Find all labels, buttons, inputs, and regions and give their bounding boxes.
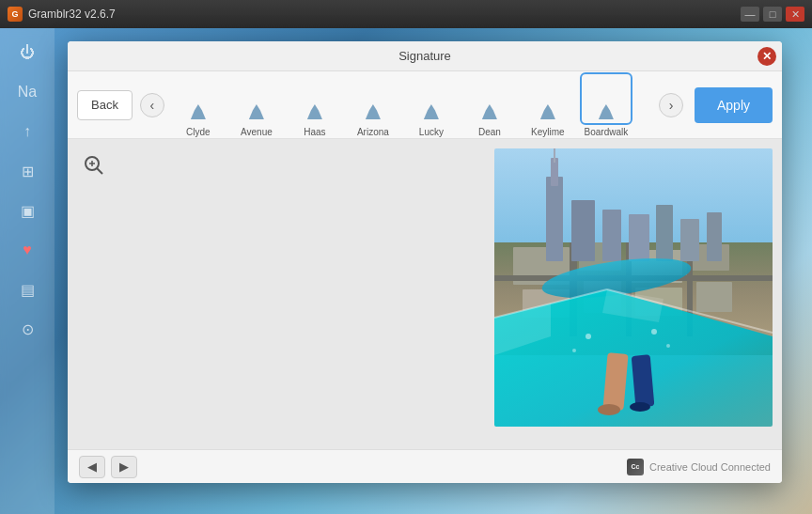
sidebar: ⏻ Na ↑ ⊞ ▣ ♥ ▤ ⊙ <box>0 28 55 514</box>
nav-bottom-buttons: ◀ ▶ <box>79 456 137 478</box>
right-arrow-button[interactable]: › <box>659 93 683 117</box>
filter-arizona-label: Arizona <box>357 127 389 137</box>
sidebar-item-image[interactable]: ▣ <box>10 194 44 227</box>
dialog-overlay: Signature ✕ Back ‹ Clyde <box>55 28 812 514</box>
svg-rect-21 <box>571 200 595 261</box>
sidebar-item-upload[interactable]: ↑ <box>10 115 44 148</box>
svg-rect-20 <box>554 148 555 163</box>
dialog-bottom-bar: ◀ ▶ Cc Creative Cloud Connected <box>68 449 782 483</box>
filter-boardwalk[interactable]: Boardwalk <box>580 72 632 137</box>
zoom-icon <box>84 155 104 176</box>
left-arrow-button[interactable]: ‹ <box>140 93 164 117</box>
svg-point-37 <box>586 334 591 339</box>
dialog-title: Signature <box>398 49 451 63</box>
app-icon: G <box>8 7 23 22</box>
sidebar-item-power[interactable]: ⏻ <box>10 36 44 70</box>
filter-strip: Back ‹ Clyde Avenue <box>68 71 782 139</box>
svg-rect-22 <box>602 210 621 261</box>
minimize-button[interactable]: — <box>741 7 759 22</box>
cc-info: Cc Creative Cloud Connected <box>627 459 771 475</box>
filter-keylime[interactable]: Keylime <box>522 72 574 137</box>
filter-avenue[interactable]: Avenue <box>230 72 283 137</box>
cc-text: Creative Cloud Connected <box>649 461 771 473</box>
svg-rect-18 <box>546 177 563 261</box>
filter-clyde[interactable]: Clyde <box>172 72 225 137</box>
filter-dean-label: Dean <box>478 127 501 137</box>
sidebar-item-calendar[interactable]: ⊞ <box>10 154 44 188</box>
filter-haas[interactable]: Haas <box>289 72 341 137</box>
filter-boardwalk-label: Boardwalk <box>585 127 629 137</box>
sidebar-item-user[interactable]: Na <box>10 75 44 109</box>
sidebar-item-folder[interactable]: ▤ <box>10 273 44 306</box>
filter-thumbnails: Clyde Avenue Haas <box>172 72 651 137</box>
app-title: Gramblr32 v2.6.7 <box>28 8 116 21</box>
sidebar-item-heart[interactable]: ♥ <box>10 233 44 267</box>
svg-rect-23 <box>629 214 649 261</box>
svg-rect-26 <box>707 212 722 261</box>
app-titlebar: G Gramblr32 v2.6.7 — □ ✕ <box>0 0 812 28</box>
apply-button[interactable]: Apply <box>695 87 773 123</box>
cc-logo: Cc <box>627 459 644 475</box>
maximize-button[interactable]: □ <box>763 7 782 22</box>
svg-point-38 <box>572 349 576 352</box>
close-button[interactable]: ✕ <box>786 7 804 22</box>
filter-dean[interactable]: Dean <box>463 72 516 137</box>
window-controls: — □ ✕ <box>741 7 804 22</box>
filter-avenue-label: Avenue <box>241 127 273 137</box>
filter-lucky[interactable]: Lucky <box>405 72 458 137</box>
svg-point-36 <box>630 402 650 412</box>
filter-lucky-label: Lucky <box>419 127 444 137</box>
svg-rect-25 <box>680 219 699 261</box>
dialog-titlebar: Signature ✕ <box>68 41 782 71</box>
filter-keylime-label: Keylime <box>531 127 565 137</box>
dubai-photo-svg <box>494 148 773 427</box>
filter-clyde-label: Clyde <box>186 127 211 137</box>
main-image <box>494 148 773 427</box>
sidebar-item-settings[interactable]: ⊙ <box>10 312 44 346</box>
forward-nav-icon: ▶ <box>119 459 129 474</box>
back-nav-button[interactable]: ◀ <box>79 456 105 478</box>
main-image-area <box>68 139 782 449</box>
svg-rect-24 <box>656 205 673 261</box>
filter-haas-label: Haas <box>304 127 325 137</box>
svg-rect-13 <box>696 282 732 312</box>
svg-point-39 <box>651 329 657 335</box>
signature-dialog: Signature ✕ Back ‹ Clyde <box>68 41 782 483</box>
back-button[interactable]: Back <box>77 90 133 120</box>
forward-nav-button[interactable]: ▶ <box>111 456 137 478</box>
dialog-close-button[interactable]: ✕ <box>757 47 776 66</box>
svg-line-1 <box>97 168 102 174</box>
zoom-button[interactable] <box>81 152 107 179</box>
svg-point-35 <box>598 404 620 415</box>
filter-arizona[interactable]: Arizona <box>347 72 399 137</box>
back-nav-icon: ◀ <box>87 459 97 474</box>
svg-point-40 <box>666 344 670 348</box>
